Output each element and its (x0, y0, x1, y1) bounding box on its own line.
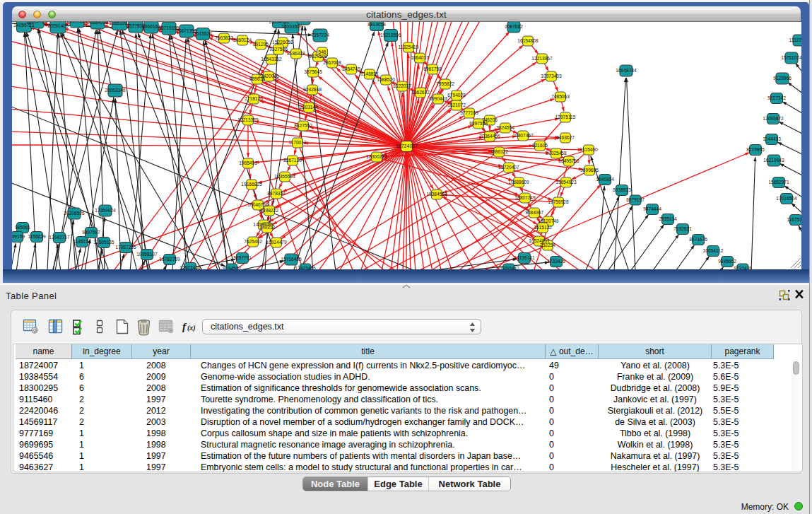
svg-text:546: 546 (318, 49, 326, 54)
svg-text:12505135: 12505135 (93, 240, 114, 245)
svg-text:16093442: 16093442 (498, 266, 519, 269)
svg-text:7632621: 7632621 (673, 226, 692, 231)
svg-text:621605: 621605 (532, 143, 548, 148)
svg-text:12093872: 12093872 (763, 116, 784, 121)
svg-text:6794028: 6794028 (447, 93, 466, 98)
svg-text:20364456: 20364456 (479, 134, 500, 139)
svg-text:9245652: 9245652 (718, 259, 736, 264)
svg-text:f: f (182, 321, 187, 332)
svg-text:9227342: 9227342 (767, 95, 786, 100)
svg-text:14136141: 14136141 (514, 255, 535, 260)
svg-text:12213967: 12213967 (531, 56, 553, 61)
svg-text:2367608: 2367608 (323, 60, 341, 65)
svg-text:16120746: 16120746 (538, 218, 559, 223)
svg-text:8498222: 8498222 (260, 208, 278, 213)
svg-text:7663822: 7663822 (215, 35, 233, 40)
svg-text:1588520: 1588520 (377, 77, 395, 82)
svg-text:8294502: 8294502 (223, 266, 241, 269)
svg-text:18807249: 18807249 (514, 195, 536, 200)
svg-text:149313: 149313 (259, 225, 275, 230)
svg-text:9327506: 9327506 (269, 47, 288, 52)
svg-text:10654112: 10654112 (703, 248, 724, 253)
svg-text:6879197: 6879197 (626, 197, 645, 202)
svg-text:10807467: 10807467 (512, 133, 534, 138)
svg-text:10958107: 10958107 (136, 252, 158, 257)
svg-text:9777169: 9777169 (460, 110, 478, 115)
svg-text:3875645: 3875645 (304, 69, 322, 74)
svg-text:252254: 252254 (540, 243, 555, 247)
svg-text:16648784: 16648784 (616, 68, 637, 73)
svg-text:3624554: 3624554 (496, 125, 514, 130)
svg-text:8215955: 8215955 (746, 147, 765, 152)
svg-text:16210643: 16210643 (763, 158, 784, 163)
svg-text:11325419: 11325419 (399, 45, 419, 49)
svg-text:1621072: 1621072 (447, 103, 466, 107)
svg-text:18300275: 18300275 (366, 154, 387, 159)
svg-text:9242848: 9242848 (303, 87, 322, 92)
svg-text:9129966: 9129966 (773, 76, 792, 81)
svg-text:1562612: 1562612 (411, 90, 430, 95)
svg-text:16947585: 16947585 (66, 22, 88, 23)
svg-text:19384554: 19384554 (426, 192, 447, 197)
svg-text:6961758: 6961758 (423, 66, 442, 71)
svg-text:985061: 985061 (15, 225, 30, 230)
svg-text:8427552: 8427552 (294, 123, 312, 128)
svg-text:12942757: 12942757 (49, 235, 70, 240)
svg-text:11122296: 11122296 (789, 37, 801, 42)
svg-text:18495756: 18495756 (558, 158, 579, 163)
svg-text:7357224: 7357224 (311, 33, 329, 37)
svg-text:1244413: 1244413 (763, 136, 781, 141)
svg-text:1170012: 1170012 (288, 140, 307, 145)
svg-text:15226058: 15226058 (272, 40, 293, 45)
svg-text:15692971: 15692971 (768, 180, 789, 185)
svg-text:16782759: 16782759 (159, 257, 180, 262)
svg-text:16033809: 16033809 (281, 24, 302, 29)
svg-text:9474444: 9474444 (643, 206, 661, 211)
svg-text:1145194: 1145194 (73, 239, 91, 244)
svg-text:10973493: 10973493 (541, 74, 562, 78)
svg-text:8813054: 8813054 (367, 22, 386, 27)
svg-text:17957255: 17957255 (115, 245, 136, 250)
svg-text:939159: 939159 (12, 234, 25, 239)
svg-text:15716485: 15716485 (281, 257, 302, 262)
svg-text:10025458: 10025458 (546, 151, 567, 156)
svg-text:15751074: 15751074 (781, 55, 801, 60)
svg-text:16154808: 16154808 (517, 38, 539, 43)
svg-text:16914479: 16914479 (266, 240, 287, 245)
svg-text:9146821: 9146821 (360, 71, 379, 76)
svg-text:2718126: 2718126 (245, 96, 263, 101)
svg-text:8660124: 8660124 (233, 37, 252, 42)
svg-text:7955822: 7955822 (436, 81, 454, 86)
svg-text:20684036: 20684036 (87, 22, 108, 25)
svg-text:6990443: 6990443 (429, 96, 447, 101)
svg-text:9657791: 9657791 (233, 255, 252, 260)
svg-text:7485063: 7485063 (551, 94, 570, 99)
svg-text:2087682: 2087682 (505, 24, 523, 29)
svg-text:1965493: 1965493 (239, 160, 257, 165)
svg-text:8267130: 8267130 (283, 158, 302, 163)
svg-text:12355594: 12355594 (274, 174, 295, 179)
svg-text:16543362: 16543362 (261, 57, 282, 62)
svg-text:17016504: 17016504 (776, 196, 797, 201)
svg-text:9699695: 9699695 (580, 168, 599, 173)
svg-text:9463627: 9463627 (556, 135, 575, 140)
svg-text:19218506: 19218506 (380, 33, 401, 37)
svg-text:9084067: 9084067 (525, 210, 543, 215)
svg-text:891295: 891295 (253, 42, 269, 47)
svg-text:8454749: 8454749 (342, 66, 360, 71)
svg-text:2803144: 2803144 (300, 105, 318, 110)
svg-text:7886322: 7886322 (490, 149, 508, 154)
svg-text:8678334: 8678334 (267, 191, 286, 196)
svg-text:7625402: 7625402 (244, 239, 262, 244)
svg-text:10046756: 10046756 (247, 202, 269, 207)
svg-text:989613: 989613 (249, 76, 265, 81)
svg-text:8322037: 8322037 (393, 83, 411, 88)
svg-text:19756928: 19756928 (548, 199, 569, 204)
svg-text:8186328: 8186328 (287, 51, 305, 56)
svg-text:1864037: 1864037 (411, 55, 429, 60)
svg-text:20206526: 20206526 (64, 211, 85, 216)
svg-text:20053346: 20053346 (105, 88, 126, 93)
svg-text:9327508: 9327508 (309, 54, 327, 59)
svg-text:2935114: 2935114 (659, 216, 677, 221)
svg-text:9397587: 9397587 (82, 230, 100, 235)
